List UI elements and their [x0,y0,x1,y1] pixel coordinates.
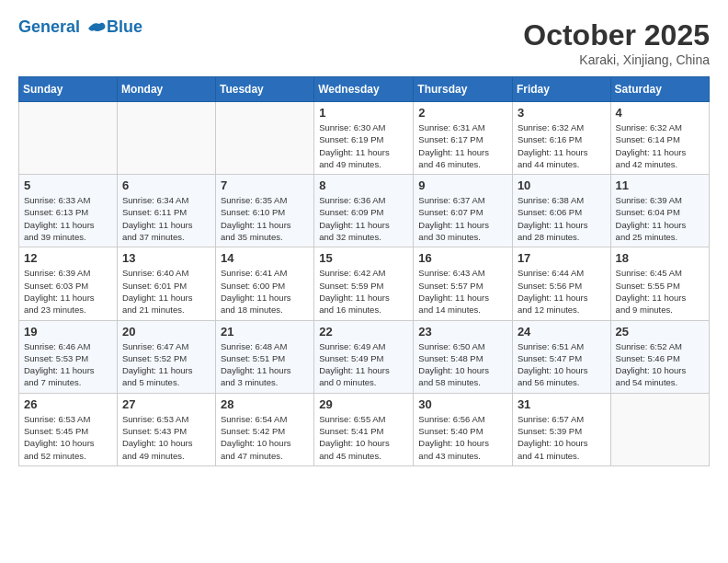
day-number: 21 [221,325,309,339]
calendar-cell: 15Sunrise: 6:42 AM Sunset: 5:59 PM Dayli… [314,247,414,320]
title-block: October 2025 Karaki, Xinjiang, China [523,18,710,67]
calendar-cell: 3Sunrise: 6:32 AM Sunset: 6:16 PM Daylig… [512,102,610,175]
calendar-cell [610,393,709,465]
day-number: 19 [24,325,112,339]
day-number: 25 [616,325,704,339]
calendar-week-3: 12Sunrise: 6:39 AM Sunset: 6:03 PM Dayli… [19,247,710,320]
calendar-cell: 16Sunrise: 6:43 AM Sunset: 5:57 PM Dayli… [414,247,513,320]
day-info: Sunrise: 6:37 AM Sunset: 6:07 PM Dayligh… [418,194,507,243]
calendar-week-1: 1Sunrise: 6:30 AM Sunset: 6:19 PM Daylig… [19,102,710,175]
logo-bird-icon [86,19,107,36]
calendar-cell: 17Sunrise: 6:44 AM Sunset: 5:56 PM Dayli… [512,247,610,320]
day-info: Sunrise: 6:53 AM Sunset: 5:43 PM Dayligh… [122,413,210,462]
day-info: Sunrise: 6:47 AM Sunset: 5:52 PM Dayligh… [122,340,210,389]
day-info: Sunrise: 6:50 AM Sunset: 5:48 PM Dayligh… [418,340,507,389]
weekday-header-thursday: Thursday [414,77,513,102]
calendar-week-2: 5Sunrise: 6:33 AM Sunset: 6:13 PM Daylig… [19,175,710,247]
calendar-cell: 13Sunrise: 6:40 AM Sunset: 6:01 PM Dayli… [117,247,215,320]
day-info: Sunrise: 6:32 AM Sunset: 6:14 PM Dayligh… [616,121,704,170]
day-info: Sunrise: 6:32 AM Sunset: 6:16 PM Dayligh… [518,121,606,170]
day-number: 6 [122,178,210,192]
month-title: October 2025 [523,18,710,52]
day-info: Sunrise: 6:52 AM Sunset: 5:46 PM Dayligh… [616,340,704,389]
day-number: 31 [518,397,606,411]
day-number: 12 [24,251,112,265]
calendar-cell [19,102,118,175]
day-info: Sunrise: 6:40 AM Sunset: 6:01 PM Dayligh… [122,267,210,316]
day-info: Sunrise: 6:36 AM Sunset: 6:09 PM Dayligh… [319,194,408,243]
logo: General Blue [18,18,142,37]
day-number: 16 [418,251,507,265]
day-info: Sunrise: 6:39 AM Sunset: 6:03 PM Dayligh… [24,267,112,316]
day-number: 11 [616,178,704,192]
calendar-cell: 6Sunrise: 6:34 AM Sunset: 6:11 PM Daylig… [117,175,215,247]
calendar-cell: 20Sunrise: 6:47 AM Sunset: 5:52 PM Dayli… [117,320,215,393]
day-number: 3 [518,106,606,120]
calendar-week-4: 19Sunrise: 6:46 AM Sunset: 5:53 PM Dayli… [19,320,710,393]
calendar-cell: 2Sunrise: 6:31 AM Sunset: 6:17 PM Daylig… [414,102,513,175]
calendar-week-5: 26Sunrise: 6:53 AM Sunset: 5:45 PM Dayli… [19,393,710,465]
calendar-cell: 23Sunrise: 6:50 AM Sunset: 5:48 PM Dayli… [414,320,513,393]
day-number: 26 [24,397,112,411]
day-info: Sunrise: 6:38 AM Sunset: 6:06 PM Dayligh… [518,194,606,243]
day-number: 10 [518,178,606,192]
weekday-header-friday: Friday [512,77,610,102]
weekday-header-wednesday: Wednesday [314,77,414,102]
calendar-cell: 1Sunrise: 6:30 AM Sunset: 6:19 PM Daylig… [314,102,414,175]
day-info: Sunrise: 6:54 AM Sunset: 5:42 PM Dayligh… [221,413,309,462]
day-number: 28 [221,397,309,411]
calendar-cell: 30Sunrise: 6:56 AM Sunset: 5:40 PM Dayli… [414,393,513,465]
day-info: Sunrise: 6:43 AM Sunset: 5:57 PM Dayligh… [418,267,507,316]
day-number: 29 [319,397,408,411]
day-info: Sunrise: 6:46 AM Sunset: 5:53 PM Dayligh… [24,340,112,389]
day-info: Sunrise: 6:34 AM Sunset: 6:11 PM Dayligh… [122,194,210,243]
calendar-cell: 24Sunrise: 6:51 AM Sunset: 5:47 PM Dayli… [512,320,610,393]
calendar-header-row: SundayMondayTuesdayWednesdayThursdayFrid… [19,77,710,102]
calendar-cell: 25Sunrise: 6:52 AM Sunset: 5:46 PM Dayli… [610,320,709,393]
calendar-cell: 18Sunrise: 6:45 AM Sunset: 5:55 PM Dayli… [610,247,709,320]
day-number: 1 [319,106,408,120]
day-number: 13 [122,251,210,265]
calendar-cell: 28Sunrise: 6:54 AM Sunset: 5:42 PM Dayli… [216,393,314,465]
day-number: 30 [418,397,507,411]
day-number: 5 [24,178,112,192]
calendar-cell: 11Sunrise: 6:39 AM Sunset: 6:04 PM Dayli… [610,175,709,247]
logo-general: General [18,17,80,36]
day-number: 23 [418,325,507,339]
calendar-cell: 26Sunrise: 6:53 AM Sunset: 5:45 PM Dayli… [19,393,118,465]
calendar-cell: 14Sunrise: 6:41 AM Sunset: 6:00 PM Dayli… [216,247,314,320]
calendar-cell: 21Sunrise: 6:48 AM Sunset: 5:51 PM Dayli… [216,320,314,393]
calendar-cell [117,102,215,175]
day-info: Sunrise: 6:55 AM Sunset: 5:41 PM Dayligh… [319,413,408,462]
location: Karaki, Xinjiang, China [523,52,710,67]
calendar-cell: 7Sunrise: 6:35 AM Sunset: 6:10 PM Daylig… [216,175,314,247]
day-number: 9 [418,178,507,192]
day-info: Sunrise: 6:31 AM Sunset: 6:17 PM Dayligh… [418,121,507,170]
page-header: General Blue October 2025 Karaki, Xinjia… [18,18,710,67]
day-info: Sunrise: 6:42 AM Sunset: 5:59 PM Dayligh… [319,267,408,316]
day-number: 7 [221,178,309,192]
weekday-header-sunday: Sunday [19,77,118,102]
day-number: 14 [221,251,309,265]
calendar-cell: 5Sunrise: 6:33 AM Sunset: 6:13 PM Daylig… [19,175,118,247]
logo-blue: Blue [107,17,142,36]
day-info: Sunrise: 6:45 AM Sunset: 5:55 PM Dayligh… [616,267,704,316]
calendar-table: SundayMondayTuesdayWednesdayThursdayFrid… [18,76,710,466]
calendar-cell: 19Sunrise: 6:46 AM Sunset: 5:53 PM Dayli… [19,320,118,393]
day-info: Sunrise: 6:57 AM Sunset: 5:39 PM Dayligh… [518,413,606,462]
calendar-cell: 27Sunrise: 6:53 AM Sunset: 5:43 PM Dayli… [117,393,215,465]
calendar-cell [216,102,314,175]
calendar-cell: 31Sunrise: 6:57 AM Sunset: 5:39 PM Dayli… [512,393,610,465]
day-number: 8 [319,178,408,192]
day-number: 22 [319,325,408,339]
day-info: Sunrise: 6:53 AM Sunset: 5:45 PM Dayligh… [24,413,112,462]
day-info: Sunrise: 6:41 AM Sunset: 6:00 PM Dayligh… [221,267,309,316]
day-number: 24 [518,325,606,339]
calendar-cell: 4Sunrise: 6:32 AM Sunset: 6:14 PM Daylig… [610,102,709,175]
calendar-cell: 29Sunrise: 6:55 AM Sunset: 5:41 PM Dayli… [314,393,414,465]
calendar-cell: 12Sunrise: 6:39 AM Sunset: 6:03 PM Dayli… [19,247,118,320]
day-number: 4 [616,106,704,120]
day-info: Sunrise: 6:48 AM Sunset: 5:51 PM Dayligh… [221,340,309,389]
day-info: Sunrise: 6:39 AM Sunset: 6:04 PM Dayligh… [616,194,704,243]
day-info: Sunrise: 6:49 AM Sunset: 5:49 PM Dayligh… [319,340,408,389]
